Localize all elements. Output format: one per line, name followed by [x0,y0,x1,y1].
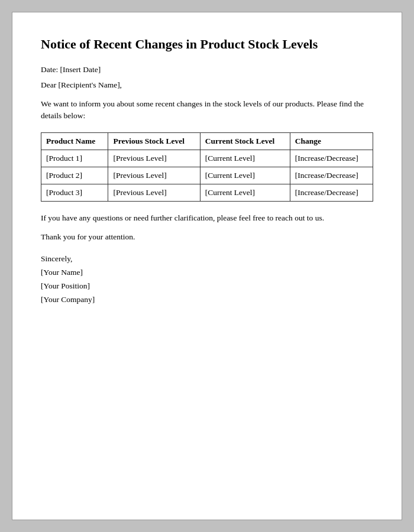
document-title: Notice of Recent Changes in Product Stoc… [41,36,373,53]
table-row: [Product 2][Previous Level][Current Leve… [41,167,373,184]
date-line: Date: [Insert Date] [41,65,373,74]
table-cell: [Product 3] [41,184,108,202]
stock-table: Product Name Previous Stock Level Curren… [41,132,373,202]
table-cell: [Increase/Decrease] [290,167,373,184]
col-header-previous: Previous Stock Level [108,133,200,150]
recipient-line: Dear [Recipient's Name], [41,80,373,90]
footer-text: If you have any questions or need furthe… [41,212,373,224]
signature-position: [Your Position] [41,280,373,293]
thank-you-text: Thank you for your attention. [41,232,373,242]
table-cell: [Increase/Decrease] [290,184,373,202]
table-cell: [Previous Level] [108,150,200,167]
table-cell: [Current Level] [200,150,290,167]
signature-closing: Sincerely, [41,252,373,266]
signature-company: [Your Company] [41,293,373,307]
intro-text: We want to inform you about some recent … [41,98,373,122]
signature-name: [Your Name] [41,266,373,280]
table-cell: [Product 1] [41,150,108,167]
table-cell: [Previous Level] [108,167,200,184]
table-row: [Product 3][Previous Level][Current Leve… [41,184,373,202]
signature-block: Sincerely, [Your Name] [Your Position] [… [41,252,373,307]
col-header-product: Product Name [41,133,108,150]
table-header-row: Product Name Previous Stock Level Curren… [41,133,373,150]
table-cell: [Previous Level] [108,184,200,202]
table-cell: [Increase/Decrease] [290,150,373,167]
table-cell: [Product 2] [41,167,108,184]
col-header-current: Current Stock Level [200,133,290,150]
table-row: [Product 1][Previous Level][Current Leve… [41,150,373,167]
col-header-change: Change [290,133,373,150]
table-cell: [Current Level] [200,184,290,202]
document-page: Notice of Recent Changes in Product Stoc… [12,12,402,520]
table-cell: [Current Level] [200,167,290,184]
